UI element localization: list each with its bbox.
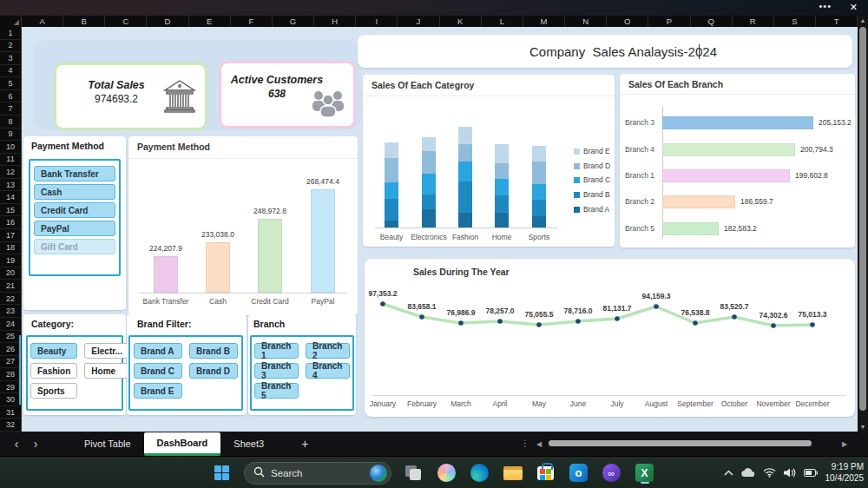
taskbar-clock[interactable]: 9:19 PM 10/4/2025: [825, 462, 865, 484]
row-header-18[interactable]: 18: [0, 242, 22, 255]
stack-segment-brand-a[interactable]: [532, 216, 546, 228]
brand-slicer-item-brand-b[interactable]: Brand B: [189, 343, 238, 359]
scrollbar-handle[interactable]: ⋮: [521, 439, 529, 448]
tray-chevron-icon[interactable]: [724, 470, 733, 476]
stack-segment-brand-c[interactable]: [385, 182, 398, 199]
add-sheet-button[interactable]: +: [301, 437, 308, 451]
row-header-23[interactable]: 23: [0, 305, 22, 318]
row-header-7[interactable]: 7: [0, 102, 22, 115]
category-slicer-item-electr-[interactable]: Electr...: [84, 343, 129, 359]
volume-icon[interactable]: [784, 468, 796, 478]
column-header-M[interactable]: M: [523, 16, 565, 27]
legend-item-brand-c[interactable]: Brand C: [574, 175, 610, 184]
bar-bank-transfer[interactable]: [154, 256, 178, 293]
stack-segment-brand-a[interactable]: [458, 213, 472, 228]
branch-chart[interactable]: Sales Of Each Branch Branch 3205,153.2Br…: [620, 74, 855, 247]
column-header-H[interactable]: H: [314, 16, 356, 27]
stack-segment-brand-e[interactable]: [385, 142, 398, 158]
copilot-icon[interactable]: [436, 462, 457, 484]
excel-taskbar-icon[interactable]: X: [634, 462, 655, 484]
payment-slicer-item-gift-card[interactable]: Gift Card: [34, 239, 115, 254]
legend-item-brand-e[interactable]: Brand E: [574, 147, 610, 155]
stack-segment-brand-b[interactable]: [458, 181, 472, 213]
battery-icon[interactable]: [804, 469, 818, 477]
stack-segment-brand-d[interactable]: [532, 162, 546, 184]
stack-segment-brand-c[interactable]: [422, 174, 436, 195]
dashboard-title-panel[interactable]: Company Sales Analaysis-2024: [358, 35, 852, 68]
total-sales-card[interactable]: Total Sales 974693.2: [54, 63, 207, 130]
sheet-nav-left[interactable]: ‹: [7, 437, 26, 451]
category-slicer-item-beauty[interactable]: Beauty: [30, 343, 77, 359]
onedrive-cloud-icon[interactable]: [741, 468, 755, 478]
column-header-N[interactable]: N: [565, 16, 607, 27]
column-header-G[interactable]: G: [273, 16, 314, 27]
row-header-8[interactable]: 8: [0, 115, 22, 129]
row-header-13[interactable]: 13: [0, 179, 22, 192]
legend-item-brand-d[interactable]: Brand D: [574, 162, 610, 170]
stack-segment-brand-d[interactable]: [385, 158, 398, 182]
titlebar-more-button[interactable]: •••: [819, 1, 832, 11]
column-header-L[interactable]: L: [482, 16, 523, 27]
column-header-S[interactable]: S: [774, 16, 816, 27]
column-header-D[interactable]: D: [147, 16, 188, 27]
stack-segment-brand-e[interactable]: [422, 137, 436, 151]
stack-segment-brand-a[interactable]: [495, 213, 509, 228]
payment-slicer-item-cash[interactable]: Cash: [34, 184, 115, 200]
horizontal-scroll-thumb[interactable]: [549, 440, 812, 446]
row-header-12[interactable]: 12: [0, 166, 22, 179]
row-header-31[interactable]: 31: [0, 406, 22, 419]
wifi-icon[interactable]: [763, 468, 776, 478]
branch-slicer-item-branch-2[interactable]: Branch 2: [306, 343, 350, 359]
branch-slicer-item-branch-1[interactable]: Branch 1: [254, 343, 299, 359]
row-header-11[interactable]: 11: [0, 154, 22, 167]
outlook-icon[interactable]: o: [568, 462, 589, 484]
vertical-scroll-thumb[interactable]: [859, 27, 866, 411]
row-header-3[interactable]: 3: [0, 52, 22, 65]
bar-paypal[interactable]: [311, 189, 335, 293]
stack-segment-brand-a[interactable]: [422, 209, 436, 228]
sheet-tab-pivot-table[interactable]: Pivot Table: [71, 432, 144, 456]
window-close-button[interactable]: ✕: [850, 2, 858, 13]
category-slicer-item-fashion[interactable]: Fashion: [30, 363, 77, 379]
row-header-5[interactable]: 5: [0, 77, 22, 90]
stack-segment-brand-b[interactable]: [422, 195, 436, 209]
row-header-16[interactable]: 16: [0, 216, 22, 229]
sheet-tab-dashboard[interactable]: DashBoard: [144, 432, 221, 456]
stack-segment-brand-b[interactable]: [495, 195, 509, 213]
column-header-F[interactable]: F: [231, 16, 273, 27]
microsoft-store-icon[interactable]: [535, 462, 556, 484]
file-explorer-icon[interactable]: [502, 462, 523, 484]
stack-segment-brand-c[interactable]: [495, 179, 509, 195]
year-chart[interactable]: Sales During The Year 97,353.2January83,…: [365, 259, 855, 417]
stack-segment-brand-d[interactable]: [495, 163, 509, 179]
row-header-4[interactable]: 4: [0, 65, 22, 78]
row-header-19[interactable]: 19: [0, 254, 22, 267]
column-header-R[interactable]: R: [733, 16, 774, 27]
row-header-1[interactable]: 1: [0, 27, 22, 40]
sheet-nav-right[interactable]: ›: [26, 437, 45, 451]
bar-branch-2[interactable]: [662, 195, 735, 208]
column-header-J[interactable]: J: [398, 16, 439, 27]
row-header-32[interactable]: 32: [0, 419, 22, 432]
branch-slicer-item-branch-5[interactable]: Branch 5: [254, 383, 299, 399]
stack-segment-brand-e[interactable]: [458, 127, 472, 144]
payment-slicer-item-bank-transfer[interactable]: Bank Transfer: [34, 166, 115, 181]
stack-segment-brand-e[interactable]: [532, 146, 546, 162]
bar-branch-4[interactable]: [662, 143, 795, 156]
row-header-21[interactable]: 21: [0, 280, 22, 293]
row-header-2[interactable]: 2: [0, 40, 22, 53]
column-header-B[interactable]: B: [63, 16, 105, 27]
column-header-Q[interactable]: Q: [691, 16, 733, 27]
edge-icon[interactable]: [469, 462, 490, 484]
microsoft-365-icon[interactable]: ∞: [601, 462, 622, 484]
stack-segment-brand-a[interactable]: [385, 221, 398, 228]
column-header-P[interactable]: P: [648, 16, 690, 27]
stack-segment-brand-e[interactable]: [495, 144, 509, 163]
scroll-right-arrow[interactable]: ▶: [842, 440, 847, 448]
row-header-6[interactable]: 6: [0, 90, 22, 103]
column-header-T[interactable]: T: [816, 16, 858, 27]
column-header-I[interactable]: I: [356, 16, 398, 27]
branch-slicer-item-branch-3[interactable]: Branch 3: [254, 363, 299, 379]
sheet-tab-sheet3[interactable]: Sheet3: [220, 432, 277, 456]
brand-slicer-item-brand-c[interactable]: Brand C: [134, 363, 182, 379]
